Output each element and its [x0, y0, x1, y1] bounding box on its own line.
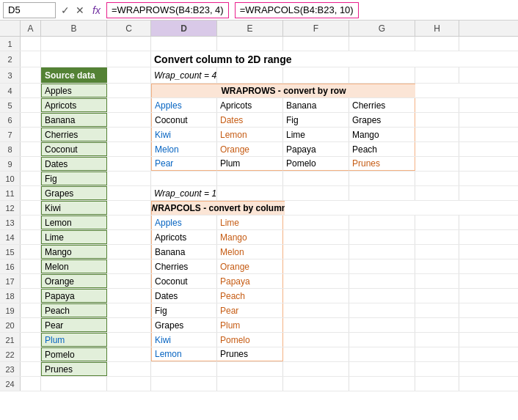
cell-H6[interactable]	[415, 113, 459, 127]
cell-F22[interactable]	[283, 347, 349, 361]
cell-H14[interactable]	[415, 230, 459, 244]
cell-F23[interactable]	[283, 362, 349, 376]
cell-C4[interactable]	[107, 84, 151, 97]
cell-C20[interactable]	[107, 318, 151, 332]
cell-D20[interactable]: Grapes	[151, 318, 217, 332]
cell-E16[interactable]: Orange	[217, 259, 283, 273]
cell-C22[interactable]	[107, 347, 151, 361]
cell-C23[interactable]	[107, 362, 151, 376]
cell-A1[interactable]	[21, 37, 41, 51]
cell-H13[interactable]	[415, 215, 459, 229]
col-header-B[interactable]: B	[41, 21, 107, 36]
cell-E24[interactable]	[217, 377, 283, 391]
formula-input-2[interactable]: =WRAPCOLS(B4:B23, 10)	[235, 2, 359, 18]
cell-E22[interactable]: Prunes	[217, 347, 283, 361]
cell-F6[interactable]: Fig	[283, 113, 349, 127]
cell-G16[interactable]	[349, 259, 415, 273]
cell-A9[interactable]	[21, 157, 41, 171]
cell-source-apples[interactable]: Apples	[41, 84, 107, 97]
cell-D22[interactable]: Lemon	[151, 347, 217, 361]
formula-input-1[interactable]: =WRAPROWS(B4:B23, 4)	[106, 2, 229, 18]
cell-D8[interactable]: Melon	[151, 142, 217, 156]
cell-D9[interactable]: Pear	[151, 157, 217, 171]
cell-A13[interactable]	[21, 215, 41, 229]
cell-A5[interactable]	[21, 98, 41, 112]
cell-E10[interactable]	[217, 172, 283, 185]
cell-A15[interactable]	[21, 245, 41, 259]
cell-G6[interactable]: Grapes	[349, 113, 415, 127]
col-header-E[interactable]: E	[217, 21, 283, 36]
cell-source-peach[interactable]: Peach	[41, 303, 107, 317]
cell-source-kiwi[interactable]: Kiwi	[41, 201, 107, 215]
cell-A18[interactable]	[21, 289, 41, 303]
cell-E6[interactable]: Dates	[217, 113, 283, 127]
cell-C14[interactable]	[107, 230, 151, 244]
cell-A22[interactable]	[21, 347, 41, 361]
cell-D15[interactable]: Banana	[151, 245, 217, 259]
cell-A17[interactable]	[21, 274, 41, 288]
cross-icon[interactable]: ✕	[73, 4, 87, 16]
cell-A12[interactable]	[21, 201, 41, 215]
cell-A8[interactable]	[21, 142, 41, 156]
cell-D10[interactable]	[151, 172, 217, 185]
cell-A19[interactable]	[21, 303, 41, 317]
cell-E5[interactable]: Apricots	[217, 98, 283, 112]
cell-G7[interactable]: Mango	[349, 128, 415, 141]
cell-A24[interactable]	[21, 377, 41, 391]
cell-A3[interactable]	[21, 67, 41, 83]
cell-H24[interactable]	[415, 377, 459, 391]
cell-source-fig[interactable]: Fig	[41, 172, 107, 185]
cell-source-lemon[interactable]: Lemon	[41, 215, 107, 229]
cell-D17[interactable]: Coconut	[151, 274, 217, 288]
cell-source-pomelo[interactable]: Pomelo	[41, 347, 107, 361]
cell-G9[interactable]: Prunes	[349, 157, 415, 171]
cell-C5[interactable]	[107, 98, 151, 112]
cell-G5[interactable]: Cherries	[349, 98, 415, 112]
cell-E17[interactable]: Papaya	[217, 274, 283, 288]
cell-source-plum[interactable]: Plum	[41, 333, 107, 347]
cell-C10[interactable]	[107, 172, 151, 185]
cell-wrap4-label[interactable]: Wrap_count = 4	[151, 67, 217, 83]
cell-F19[interactable]	[283, 303, 349, 317]
cell-G18[interactable]	[349, 289, 415, 303]
cell-D21[interactable]: Kiwi	[151, 333, 217, 347]
cell-source-lime[interactable]: Lime	[41, 230, 107, 244]
cell-F9[interactable]: Pomelo	[283, 157, 349, 171]
cell-H23[interactable]	[415, 362, 459, 376]
cell-F13[interactable]	[283, 215, 349, 229]
cell-C21[interactable]	[107, 333, 151, 347]
cell-D5[interactable]: Apples	[151, 98, 217, 112]
cell-E8[interactable]: Orange	[217, 142, 283, 156]
cell-source-banana[interactable]: Banana	[41, 113, 107, 127]
cell-C13[interactable]	[107, 215, 151, 229]
cell-G24[interactable]	[349, 377, 415, 391]
cell-C18[interactable]	[107, 289, 151, 303]
cell-C15[interactable]	[107, 245, 151, 259]
cell-C24[interactable]	[107, 377, 151, 391]
cell-A21[interactable]	[21, 333, 41, 347]
cell-C8[interactable]	[107, 142, 151, 156]
cell-D13[interactable]: Apples	[151, 215, 217, 229]
cell-H10[interactable]	[415, 172, 459, 185]
cell-C19[interactable]	[107, 303, 151, 317]
col-header-F[interactable]: F	[283, 21, 349, 36]
cell-G15[interactable]	[349, 245, 415, 259]
col-header-G[interactable]: G	[349, 21, 415, 36]
cell-wrap10-label[interactable]: Wrap_count = 10	[151, 186, 217, 200]
col-header-H[interactable]: H	[415, 21, 459, 36]
cell-C1[interactable]	[107, 37, 151, 51]
cell-source-pear[interactable]: Pear	[41, 318, 107, 332]
cell-C2[interactable]	[107, 51, 151, 67]
cell-G1[interactable]	[349, 37, 415, 51]
cell-source-cherries[interactable]: Cherries	[41, 128, 107, 141]
cell-D24[interactable]	[151, 377, 217, 391]
col-header-C[interactable]: C	[107, 21, 151, 36]
cell-F1[interactable]	[283, 37, 349, 51]
cell-source-orange[interactable]: Orange	[41, 274, 107, 288]
cell-A20[interactable]	[21, 318, 41, 332]
cell-D7[interactable]: Kiwi	[151, 128, 217, 141]
cell-H22[interactable]	[415, 347, 459, 361]
cell-E1[interactable]	[217, 37, 283, 51]
cell-H16[interactable]	[415, 259, 459, 273]
cell-G17[interactable]	[349, 274, 415, 288]
